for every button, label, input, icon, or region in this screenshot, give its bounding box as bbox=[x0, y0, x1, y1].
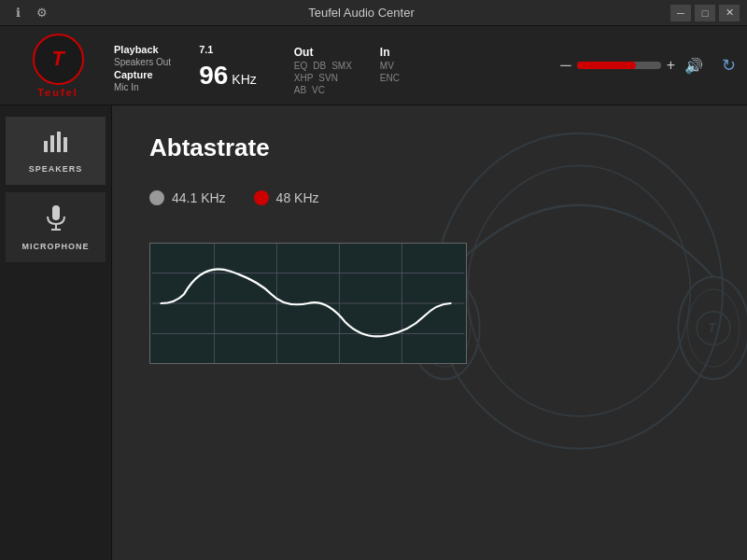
radio-441-circle bbox=[149, 190, 164, 205]
rate-col: 7.1 96 KHz bbox=[199, 44, 257, 91]
top-bar: T Teufel Playback Speakers Out Capture M… bbox=[0, 26, 747, 105]
playback-label: Playback bbox=[114, 44, 171, 55]
device-info-col: Playback Speakers Out Capture Mic In bbox=[114, 44, 171, 92]
radio-48-circle bbox=[254, 190, 269, 205]
volume-speaker-icon: 🔊 bbox=[684, 57, 703, 75]
svg-rect-2 bbox=[57, 132, 61, 152]
content-area: T Abtastrate 44.1 KHz 48 KHz bbox=[112, 105, 747, 560]
content-inner: Abtastrate 44.1 KHz 48 KHz bbox=[112, 105, 747, 383]
info-button[interactable]: ℹ bbox=[7, 5, 28, 21]
title-bar: ℹ ⚙ Teufel Audio Center ─ □ ✕ bbox=[0, 0, 747, 26]
section-title: Abtastrate bbox=[149, 133, 719, 162]
waveform-svg bbox=[150, 244, 466, 363]
title-bar-left-controls: ℹ ⚙ bbox=[7, 5, 52, 21]
channel-mode-label: 7.1 bbox=[199, 44, 257, 55]
rate-number: 96 bbox=[199, 61, 228, 91]
speakers-icon bbox=[42, 128, 70, 161]
vc-item[interactable]: VC bbox=[312, 85, 325, 95]
refresh-button[interactable]: ↻ bbox=[722, 55, 736, 76]
rate-unit: KHz bbox=[232, 72, 256, 87]
in-items-row1: MV bbox=[380, 61, 400, 71]
svn-item[interactable]: SVN bbox=[318, 73, 338, 83]
enc-item[interactable]: ENC bbox=[380, 73, 400, 83]
close-button[interactable]: ✕ bbox=[719, 5, 740, 21]
sidebar-item-microphone[interactable]: MICROPHONE bbox=[6, 192, 106, 262]
volume-plus-icon[interactable]: + bbox=[667, 57, 675, 74]
teufel-logo-circle: T bbox=[33, 34, 84, 85]
in-items-row2: ENC bbox=[380, 73, 400, 83]
sample-rate-441[interactable]: 44.1 KHz bbox=[149, 190, 226, 205]
eq-item[interactable]: EQ bbox=[294, 61, 307, 71]
out-header: Out bbox=[294, 46, 352, 59]
sidebar: SPEAKERS MICROPHONE bbox=[0, 105, 112, 560]
microphone-label: MICROPHONE bbox=[21, 242, 89, 251]
waveform-container bbox=[149, 243, 467, 364]
in-header: In bbox=[380, 46, 400, 59]
volume-minus-icon[interactable]: ─ bbox=[560, 57, 571, 74]
mv-item[interactable]: MV bbox=[380, 61, 394, 71]
volume-slider[interactable] bbox=[577, 62, 661, 69]
sample-rate-48[interactable]: 48 KHz bbox=[254, 190, 319, 205]
out-items-row1: EQ DB SMX bbox=[294, 61, 352, 71]
out-items-row3: AB VC bbox=[294, 85, 352, 95]
speakers-label: SPEAKERS bbox=[29, 164, 83, 174]
db-item[interactable]: DB bbox=[313, 61, 326, 71]
volume-fill bbox=[577, 62, 636, 69]
sample-rate-48-label: 48 KHz bbox=[276, 190, 319, 205]
out-menu-col: Out EQ DB SMX XHP SVN AB VC bbox=[294, 44, 352, 95]
smx-item[interactable]: SMX bbox=[331, 61, 352, 71]
svg-rect-1 bbox=[50, 135, 54, 152]
teufel-brand-label: Teufel bbox=[37, 87, 78, 98]
maximize-button[interactable]: □ bbox=[695, 5, 715, 21]
nav-info: Playback Speakers Out Capture Mic In 7.1… bbox=[105, 36, 560, 95]
xhp-item[interactable]: XHP bbox=[294, 73, 314, 83]
minimize-button[interactable]: ─ bbox=[670, 5, 691, 21]
volume-area: ─ + 🔊 bbox=[560, 57, 703, 75]
logo-letter: T bbox=[51, 47, 63, 71]
settings-button[interactable]: ⚙ bbox=[32, 5, 52, 21]
svg-rect-4 bbox=[52, 205, 60, 220]
svg-rect-0 bbox=[44, 141, 48, 152]
capture-label: Capture bbox=[114, 69, 171, 80]
app-title: Teufel Audio Center bbox=[52, 6, 670, 20]
speakers-out-label: Speakers Out bbox=[114, 57, 171, 67]
microphone-icon bbox=[45, 203, 67, 238]
in-menu-col: In MV ENC bbox=[380, 44, 400, 83]
sample-rate-options: 44.1 KHz 48 KHz bbox=[149, 190, 719, 205]
window-controls: ─ □ ✕ bbox=[670, 5, 740, 21]
mic-in-label: Mic In bbox=[114, 82, 171, 92]
main-area: SPEAKERS MICROPHONE bbox=[0, 105, 747, 560]
out-items-row2: XHP SVN bbox=[294, 73, 352, 83]
ab-item[interactable]: AB bbox=[294, 85, 306, 95]
svg-rect-3 bbox=[63, 137, 67, 152]
logo-area: T Teufel bbox=[11, 34, 105, 98]
rate-display: 96 KHz bbox=[199, 61, 257, 91]
sidebar-item-speakers[interactable]: SPEAKERS bbox=[6, 117, 106, 185]
sample-rate-441-label: 44.1 KHz bbox=[172, 190, 226, 205]
